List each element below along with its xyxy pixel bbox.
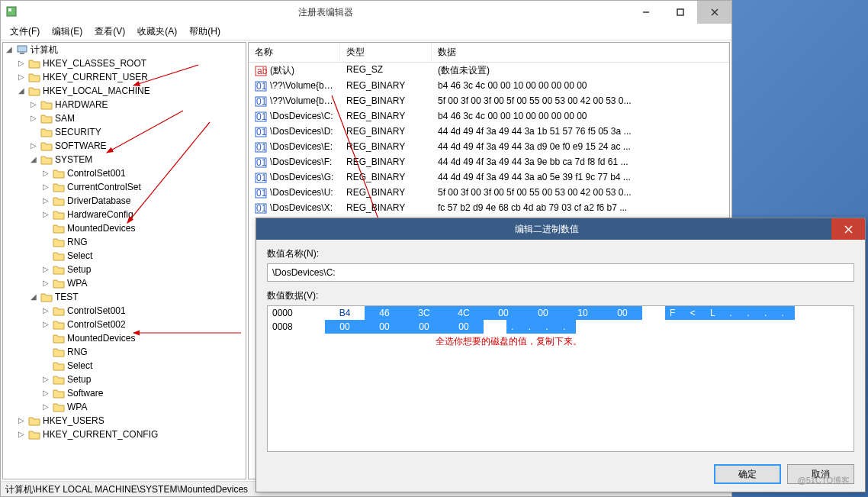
tree-item[interactable]: ▷SAM [29,111,246,125]
tree-item[interactable]: ▷Setup [41,263,246,276]
tree-item[interactable]: ▷HardwareConfig [41,208,246,221]
dialog-close-button[interactable] [831,218,865,240]
svg-text:011: 011 [256,173,267,183]
annotation-note: 全选你想要的磁盘的值，复制下来。 [268,334,854,348]
maximize-button[interactable] [663,1,697,24]
window-title: 注册表编辑器 [22,6,628,19]
svg-text:011: 011 [256,111,267,122]
tree-item[interactable]: RNG [41,235,246,249]
list-row[interactable]: 011\DosDevices\U:REG_BINARY5f 00 3f 00 3… [249,186,729,201]
tree-item[interactable]: ▷ControlSet001 [41,304,246,318]
list-row[interactable]: 011\DosDevices\E:REG_BINARY44 4d 49 4f 3… [249,140,729,155]
col-type[interactable]: 类型 [340,43,432,62]
list-row[interactable]: 011\DosDevices\F:REG_BINARY44 4d 49 4f 3… [249,155,729,170]
menu-fav[interactable]: 收藏夹(A) [131,24,183,40]
tree-item[interactable]: ▷HKEY_CURRENT_USER [17,70,246,84]
value-name-label: 数值名称(N): [267,247,854,260]
svg-rect-6 [18,46,27,52]
app-icon [5,5,18,20]
tree-item[interactable]: MountedDevices [41,221,246,235]
tree-item[interactable]: ▷HKEY_CLASSES_ROOT [17,56,246,70]
svg-text:011: 011 [256,157,267,168]
col-data[interactable]: 数据 [432,43,729,62]
dialog-title: 编辑二进制数值 [262,223,831,236]
tree-item[interactable]: ◢HKEY_LOCAL_MACHINE [17,84,246,98]
menubar: 文件(F) 编辑(E) 查看(V) 收藏夹(A) 帮助(H) [1,24,731,40]
tree-item[interactable]: ▷WPA [41,400,246,414]
svg-text:011: 011 [256,142,267,153]
svg-text:011: 011 [256,127,267,137]
tree-item[interactable]: SECURITY [29,125,246,139]
watermark: @51CTO博客 [798,475,850,486]
list-row[interactable]: 011\DosDevices\G:REG_BINARY44 4d 49 4f 3… [249,170,729,186]
tree-item[interactable]: Select [41,249,246,263]
tree-item[interactable]: ▷Software [41,386,246,400]
menu-file[interactable]: 文件(F) [4,24,46,40]
tree-root[interactable]: ◢计算机 [5,43,246,56]
close-button[interactable] [697,1,731,24]
list-row[interactable]: 011\??\Volume{bf...REG_BINARY5f 00 3f 00… [249,94,729,109]
menu-edit[interactable]: 编辑(E) [46,24,88,40]
col-name[interactable]: 名称 [249,43,340,62]
tree-item[interactable]: ◢SYSTEM [29,153,246,166]
tree-item[interactable]: ▷HARDWARE [29,98,246,111]
svg-rect-7 [20,53,24,54]
list-row[interactable]: ab(默认)REG_SZ(数值未设置) [249,63,729,79]
tree-item[interactable]: ◢TEST [29,290,246,304]
tree-item[interactable]: ▷ControlSet001 [41,166,246,180]
tree-item[interactable]: ▷DriverDatabase [41,194,246,208]
svg-text:011: 011 [256,81,267,92]
tree-item[interactable]: MountedDevices [41,331,246,345]
menu-help[interactable]: 帮助(H) [183,24,227,40]
tree-item[interactable]: ▷HKEY_USERS [17,414,246,428]
tree-item[interactable]: RNG [41,345,246,359]
list-row[interactable]: 011\DosDevices\X:REG_BINARYfc 57 b2 d9 4… [249,201,729,216]
svg-text:011: 011 [256,96,267,107]
value-name-field[interactable]: \DosDevices\C: [267,263,854,282]
ok-button[interactable]: 确定 [714,464,781,484]
tree-item[interactable]: Select [41,359,246,373]
hex-editor[interactable]: 0000B4463C4C00001000F < L . . . .0008000… [267,305,854,452]
list-row[interactable]: 011\DosDevices\C:REG_BINARYb4 46 3c 4c 0… [249,109,729,124]
list-row[interactable]: 011\DosDevices\D:REG_BINARY44 4d 49 4f 3… [249,124,729,140]
tree-pane[interactable]: ◢计算机▷HKEY_CLASSES_ROOT▷HKEY_CURRENT_USER… [2,42,246,479]
titlebar: 注册表编辑器 [1,1,731,24]
list-row[interactable]: 011\??\Volume{bf...REG_BINARYb4 46 3c 4c… [249,79,729,94]
svg-text:011: 011 [256,203,267,214]
svg-text:ab: ab [257,66,267,76]
tree-item[interactable]: ▷SOFTWARE [29,139,246,153]
tree-item[interactable]: ▷Setup [41,373,246,386]
tree-item[interactable]: ▷ControlSet002 [41,318,246,331]
edit-binary-dialog: 编辑二进制数值 数值名称(N): \DosDevices\C: 数值数据(V):… [256,218,866,492]
dialog-titlebar: 编辑二进制数值 [256,218,865,240]
menu-view[interactable]: 查看(V) [88,24,131,40]
value-data-label: 数值数据(V): [267,289,854,302]
svg-rect-1 [8,8,11,11]
tree-item[interactable]: ▷WPA [41,276,246,290]
list-header: 名称 类型 数据 [249,43,729,63]
tree-item[interactable]: ▷CurrentControlSet [41,180,246,194]
svg-text:011: 011 [256,188,267,198]
minimize-button[interactable] [628,1,663,24]
svg-rect-3 [677,9,683,15]
tree-item[interactable]: ▷HKEY_CURRENT_CONFIG [17,428,246,441]
